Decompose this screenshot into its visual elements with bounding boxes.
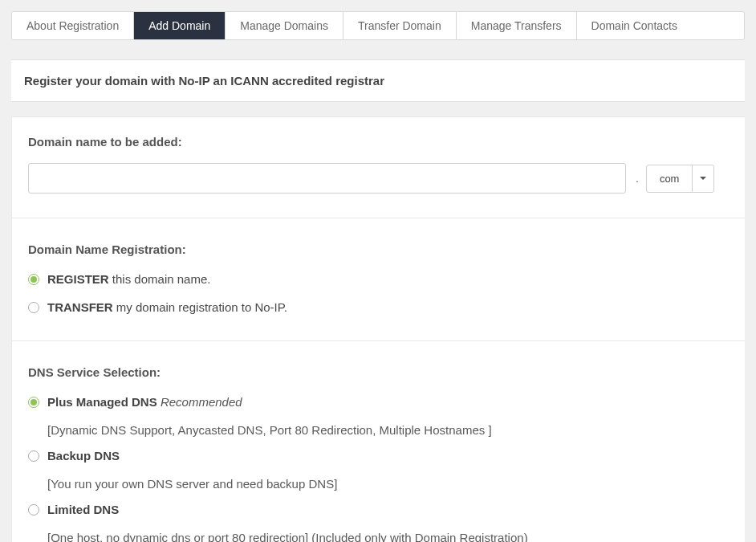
radio-backup-dns-label: Backup DNS (47, 447, 120, 466)
radio-backup-dns[interactable] (28, 450, 39, 462)
radio-transfer-label: TRANSFER my domain registration to No-IP… (47, 299, 287, 317)
domain-input-row: . com (28, 163, 729, 194)
dot-separator: . (631, 172, 641, 185)
form-container: Domain name to be added: . com Domain Na… (11, 116, 745, 542)
radio-item-transfer[interactable]: TRANSFER my domain registration to No-IP… (28, 299, 729, 317)
divider (12, 340, 745, 341)
page-title: Register your domain with No-IP an ICANN… (24, 74, 732, 88)
radio-plus-dns-label: Plus Managed DNS Recommended (47, 393, 242, 412)
radio-register-label: REGISTER this domain name. (47, 271, 210, 289)
limited-dns-description: [One host, no dynamic dns or port 80 red… (47, 529, 729, 543)
tab-bar: About Registration Add Domain Manage Dom… (11, 11, 745, 40)
radio-item-limited-dns[interactable]: Limited DNS (28, 501, 729, 520)
tab-domain-contacts[interactable]: Domain Contacts (577, 12, 692, 39)
tab-transfer-domain[interactable]: Transfer Domain (343, 12, 457, 39)
tld-selected-value: com (647, 165, 693, 192)
radio-item-plus-dns[interactable]: Plus Managed DNS Recommended (28, 393, 729, 412)
tab-manage-transfers[interactable]: Manage Transfers (457, 12, 577, 39)
radio-item-register[interactable]: REGISTER this domain name. (28, 271, 729, 289)
chevron-down-icon (693, 165, 713, 192)
backup-dns-description: [You run your own DNS server and need ba… (47, 475, 729, 494)
radio-transfer[interactable] (28, 302, 39, 313)
radio-limited-dns-label: Limited DNS (47, 501, 119, 520)
tab-manage-domains[interactable]: Manage Domains (226, 12, 343, 39)
tab-about-registration[interactable]: About Registration (12, 12, 134, 39)
radio-register[interactable] (28, 274, 39, 285)
radio-item-backup-dns[interactable]: Backup DNS (28, 447, 729, 466)
dns-heading: DNS Service Selection: (28, 365, 729, 379)
tld-select[interactable]: com (646, 165, 715, 193)
domain-name-input[interactable] (28, 163, 626, 194)
page-header: Register your domain with No-IP an ICANN… (11, 59, 745, 102)
tab-add-domain[interactable]: Add Domain (134, 12, 226, 39)
radio-plus-dns[interactable] (28, 397, 39, 408)
plus-dns-description: [Dynamic DNS Support, Anycasted DNS, Por… (47, 422, 729, 440)
domain-name-label: Domain name to be added: (28, 135, 729, 149)
divider (12, 218, 745, 218)
registration-heading: Domain Name Registration: (28, 242, 729, 256)
radio-limited-dns[interactable] (28, 504, 39, 516)
